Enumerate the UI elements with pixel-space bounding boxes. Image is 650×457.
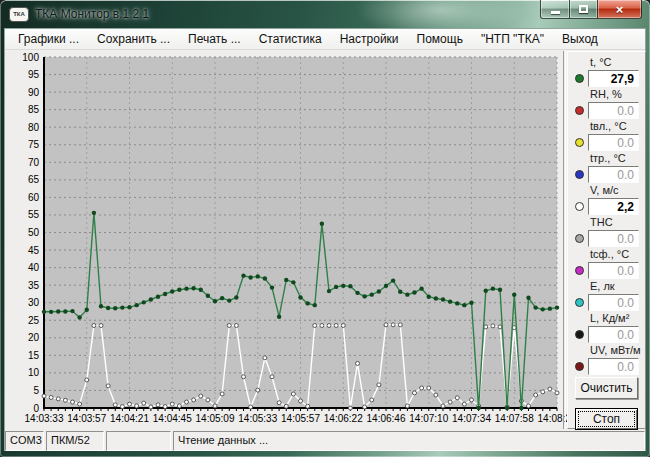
maximize-icon bbox=[579, 5, 588, 13]
status-bar: COM3 ПКМ/52 Чтение данных ... bbox=[5, 430, 645, 451]
svg-text:35: 35 bbox=[28, 280, 40, 291]
svg-text:10: 10 bbox=[28, 367, 40, 378]
svg-text:80: 80 bbox=[28, 122, 40, 133]
sensor-label-rh: RH, % bbox=[590, 88, 645, 101]
menu-item-print[interactable]: Печать ... bbox=[179, 30, 250, 48]
sensor-value-uv: 0.0 bbox=[588, 358, 639, 375]
svg-text:14:07:34: 14:07:34 bbox=[452, 413, 491, 424]
chart-svg: 0510152025303540455055606570758085909510… bbox=[6, 51, 562, 429]
svg-text:100: 100 bbox=[22, 52, 39, 63]
svg-text:0: 0 bbox=[33, 403, 39, 414]
panel-divider bbox=[563, 51, 566, 429]
chart-panel: 0510152025303540455055606570758085909510… bbox=[6, 51, 562, 429]
sensor-tns: ТНС0.0 bbox=[568, 216, 645, 247]
sensor-t: t, °C27,9 bbox=[568, 56, 645, 87]
sensor-color-icon bbox=[575, 202, 584, 211]
sensor-color-icon bbox=[575, 298, 584, 307]
svg-text:65: 65 bbox=[28, 174, 40, 185]
sensor-l: L, Кд/м²0.0 bbox=[568, 312, 645, 343]
sensor-color-icon bbox=[575, 266, 584, 275]
minimize-button[interactable] bbox=[540, 0, 569, 19]
sensor-value-ttr: 0.0 bbox=[588, 166, 639, 183]
sensor-tsf: tсф., °C0.0 bbox=[568, 248, 645, 279]
svg-text:14:04:45: 14:04:45 bbox=[153, 413, 192, 424]
window-title: ТКА Монитор в.1.2.1 bbox=[35, 7, 149, 21]
stop-button[interactable]: Стоп bbox=[575, 408, 638, 430]
status-device: ПКМ/52 bbox=[46, 431, 104, 451]
status-empty bbox=[106, 431, 171, 451]
svg-text:30: 30 bbox=[28, 297, 40, 308]
sensor-label-t: t, °C bbox=[590, 56, 645, 69]
sensor-ttr: tтр., °C0.0 bbox=[568, 152, 645, 183]
app-icon: ТКА bbox=[9, 7, 29, 22]
svg-text:14:03:57: 14:03:57 bbox=[67, 413, 106, 424]
sensor-label-tns: ТНС bbox=[590, 216, 645, 229]
maximize-button[interactable] bbox=[569, 0, 597, 19]
app-window: ТКА ТКА Монитор в.1.2.1 × Графики ... Со… bbox=[0, 0, 650, 457]
sensor-v: V, м/с2,2 bbox=[568, 184, 645, 215]
menu-item-settings[interactable]: Настройки bbox=[331, 30, 408, 48]
sensor-value-t: 27,9 bbox=[588, 70, 639, 87]
sensor-color-icon bbox=[575, 106, 584, 115]
sensor-label-tvl: tвл., °C bbox=[590, 120, 645, 133]
status-com-port: COM3 bbox=[5, 431, 44, 451]
sensor-label-v: V, м/с bbox=[590, 184, 645, 197]
sensor-e: E, лк0.0 bbox=[568, 280, 645, 311]
svg-text:14:05:33: 14:05:33 bbox=[238, 413, 277, 424]
sensor-uv: UV, мВт/м0.0 bbox=[568, 344, 645, 375]
client-area: Графики ... Сохранить ... Печать ... Ста… bbox=[4, 28, 646, 451]
close-button[interactable]: × bbox=[597, 0, 642, 19]
sensor-value-rh: 0.0 bbox=[588, 102, 639, 119]
sensor-value-tsf: 0.0 bbox=[588, 262, 639, 279]
svg-text:45: 45 bbox=[28, 245, 40, 256]
minimize-icon bbox=[551, 11, 560, 14]
svg-text:14:06:22: 14:06:22 bbox=[324, 413, 363, 424]
menu-item-exit[interactable]: Выход bbox=[553, 30, 607, 48]
sensor-label-uv: UV, мВт/м bbox=[590, 344, 645, 357]
sensor-label-ttr: tтр., °C bbox=[590, 152, 645, 165]
svg-text:40: 40 bbox=[28, 262, 40, 273]
sensor-color-icon bbox=[575, 74, 584, 83]
svg-text:14:04:21: 14:04:21 bbox=[110, 413, 149, 424]
sensor-tvl: tвл., °C0.0 bbox=[568, 120, 645, 151]
sensor-rh: RH, %0.0 bbox=[568, 88, 645, 119]
svg-text:5: 5 bbox=[33, 385, 39, 396]
sensor-color-icon bbox=[575, 330, 584, 339]
sensor-color-icon bbox=[575, 234, 584, 243]
sensor-value-v: 2,2 bbox=[588, 198, 639, 215]
clear-button[interactable]: Очистить bbox=[575, 377, 638, 399]
svg-text:50: 50 bbox=[28, 227, 40, 238]
sensor-value-l: 0.0 bbox=[588, 326, 639, 343]
sensor-color-icon bbox=[575, 170, 584, 179]
menu-item-save[interactable]: Сохранить ... bbox=[88, 30, 179, 48]
svg-text:14:07:10: 14:07:10 bbox=[409, 413, 448, 424]
sensor-color-icon bbox=[575, 138, 584, 147]
svg-text:14:06:46: 14:06:46 bbox=[367, 413, 406, 424]
menu-item-graphs[interactable]: Графики ... bbox=[9, 30, 88, 48]
svg-text:60: 60 bbox=[28, 192, 40, 203]
svg-text:90: 90 bbox=[28, 87, 40, 98]
svg-text:75: 75 bbox=[28, 139, 40, 150]
sensor-list: t, °C27,9RH, %0.0tвл., °C0.0tтр., °C0.0V… bbox=[568, 56, 645, 375]
sensor-label-l: L, Кд/м² bbox=[590, 312, 645, 325]
menu-item-ntp-tka[interactable]: "НТП "ТКА" bbox=[472, 30, 553, 48]
sensor-value-tns: 0.0 bbox=[588, 230, 639, 247]
menu-item-help[interactable]: Помощь bbox=[408, 30, 472, 48]
svg-text:70: 70 bbox=[28, 157, 40, 168]
svg-text:25: 25 bbox=[28, 315, 40, 326]
svg-text:20: 20 bbox=[28, 332, 40, 343]
sensor-label-tsf: tсф., °C bbox=[590, 248, 645, 261]
svg-text:14:05:09: 14:05:09 bbox=[196, 413, 235, 424]
svg-text:14:07:58: 14:07:58 bbox=[495, 413, 534, 424]
svg-text:55: 55 bbox=[28, 209, 40, 220]
svg-text:85: 85 bbox=[28, 104, 40, 115]
status-message: Чтение данных ... bbox=[173, 431, 645, 451]
svg-text:15: 15 bbox=[28, 350, 40, 361]
menu-item-statistics[interactable]: Статистика bbox=[250, 30, 331, 48]
svg-text:14:03:33: 14:03:33 bbox=[25, 413, 64, 424]
sensor-value-e: 0.0 bbox=[588, 294, 639, 311]
sensor-color-icon bbox=[575, 362, 584, 371]
sensor-sidebar: t, °C27,9RH, %0.0tвл., °C0.0tтр., °C0.0V… bbox=[567, 51, 646, 429]
window-controls: × bbox=[540, 0, 642, 19]
menu-bar: Графики ... Сохранить ... Печать ... Ста… bbox=[5, 29, 645, 50]
